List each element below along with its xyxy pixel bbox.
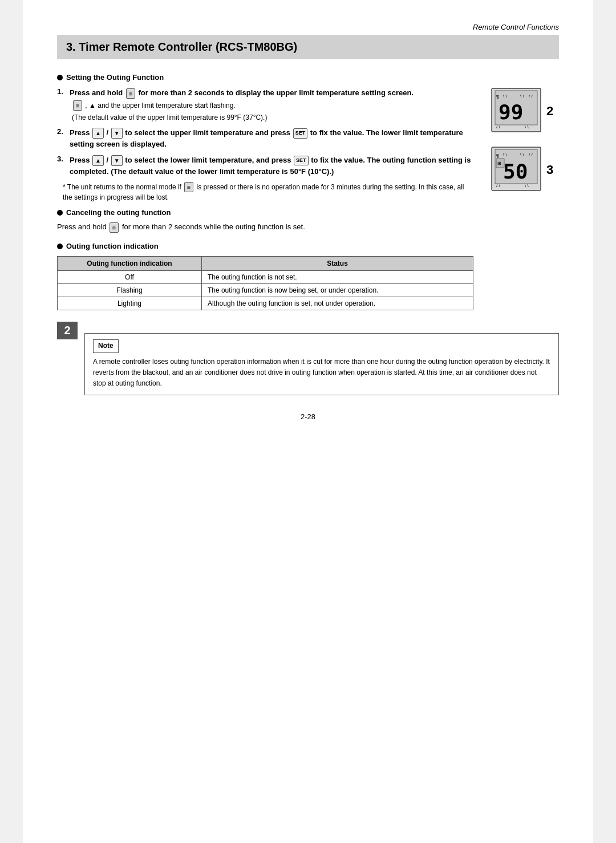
table-cell-flashing-status: The outing function is now being set, or… xyxy=(201,284,473,297)
svg-text:╗: ╗ xyxy=(496,93,500,99)
svg-text:\ \: \ \ xyxy=(525,124,529,129)
svg-text:\ \: \ \ xyxy=(520,152,524,157)
cancel-section-header: Canceling the outing function xyxy=(57,208,473,217)
step-1-number: 1. xyxy=(57,87,65,123)
note-text: A remote controller loses outing functio… xyxy=(93,356,550,390)
step-1-bold-start: Press and hold xyxy=(70,88,125,97)
step-2-number: 2. xyxy=(57,127,65,150)
outing-indication-bullet xyxy=(57,244,63,249)
svg-text:\ \: \ \ xyxy=(503,94,507,99)
cancel-section-label: Canceling the outing function xyxy=(66,208,171,217)
step-3-number: 3. xyxy=(57,155,65,177)
table-row: Flashing The outing function is now bein… xyxy=(58,284,473,297)
step-3-text: Press ▲ / ▼ to select the lower limit te… xyxy=(70,156,471,176)
step-1-content: Press and hold ⊞ for more than 2 seconds… xyxy=(70,87,473,123)
svg-text:/ /: / / xyxy=(496,124,500,129)
cancel-section-text: Press and hold ⊞ for more than 2 seconds… xyxy=(57,222,473,233)
lcd-display-2: ╗ \ \ \ \ / / ⊞ 50 / / \ \ xyxy=(491,146,542,193)
section-outing-label: Setting the Outing Function xyxy=(66,73,164,82)
svg-text:99: 99 xyxy=(499,100,523,124)
svg-text:\ \: \ \ xyxy=(503,152,507,157)
remote-icon-step1: ⊞ xyxy=(126,88,135,99)
table-header-col1: Outing function indication xyxy=(58,257,202,271)
asterisk-note: The unit returns to the normal mode if ⊞… xyxy=(63,182,473,203)
svg-text:\ \: \ \ xyxy=(520,94,524,99)
table-row: Lighting Although the outing function is… xyxy=(58,297,473,310)
svg-text:/ /: / / xyxy=(529,152,533,157)
cancel-bullet-icon xyxy=(57,210,63,216)
step-1-subtext-2: (The default value of the upper limit te… xyxy=(72,112,473,123)
note-box: Note A remote controller loses outing fu… xyxy=(84,333,559,395)
table-header-row: Outing function indication Status xyxy=(58,257,473,271)
outing-indication-label: Outing function indication xyxy=(66,242,159,250)
diagram-1-side-number: 2 xyxy=(546,104,553,119)
title-bar: 3. Timer Remote Controller (RCS-TM80BG) xyxy=(57,35,559,59)
svg-text:/ /: / / xyxy=(496,183,500,188)
table-header-col2: Status xyxy=(201,257,473,271)
table-cell-off: Off xyxy=(58,271,202,284)
diagram-2-side-number: 3 xyxy=(546,163,553,177)
step-1: 1. Press and hold ⊞ for more than 2 seco… xyxy=(57,87,473,123)
outing-indication-header: Outing function indication xyxy=(57,242,473,250)
lcd-display-1: ╗ \ \ \ \ / / 99 / / \ \ xyxy=(491,87,542,135)
remote-icon-note: ⊞ xyxy=(184,182,193,192)
lcd-svg-2: ╗ \ \ \ \ / / ⊞ 50 / / \ \ xyxy=(491,146,542,192)
svg-text:\ \: \ \ xyxy=(525,183,529,188)
diagram-group-1: ╗ \ \ \ \ / / 99 / / \ \ 2 xyxy=(491,87,553,135)
step-3-content: Press ▲ / ▼ to select the lower limit te… xyxy=(70,155,473,177)
outing-table: Outing function indication Status Off Th… xyxy=(57,256,473,310)
step-1-subtext-1: ⊞ , ▲ and the upper limit temperature st… xyxy=(72,100,473,111)
remote-icon-step1b: ⊞ xyxy=(73,100,82,111)
table-cell-lighting: Lighting xyxy=(58,297,202,310)
table-row: Off The outing function is not set. xyxy=(58,271,473,284)
diagram-group-2: ╗ \ \ \ \ / / ⊞ 50 / / \ \ xyxy=(491,146,553,193)
note-section: 2 Note A remote controller loses outing … xyxy=(57,322,559,395)
note-badge: 2 xyxy=(57,322,78,339)
right-diagrams: ╗ \ \ \ \ / / 99 / / \ \ 2 xyxy=(485,87,559,310)
step-3: 3. Press ▲ / ▼ to select the lower limit… xyxy=(57,155,473,177)
bullet-icon xyxy=(57,75,63,80)
step-2-content: Press ▲ / ▼ to select the upper limit te… xyxy=(70,127,473,150)
table-cell-lighting-status: Although the outing function is set, not… xyxy=(201,297,473,310)
svg-text:⊞: ⊞ xyxy=(497,161,501,166)
step-2: 2. Press ▲ / ▼ to select the upper limit… xyxy=(57,127,473,150)
svg-text:╗: ╗ xyxy=(496,152,500,158)
note-label: Note xyxy=(93,339,119,352)
table-cell-flashing: Flashing xyxy=(58,284,202,297)
step-1-bold-end: for more than 2 seconds to display the u… xyxy=(138,88,414,97)
table-cell-off-status: The outing function is not set. xyxy=(201,271,473,284)
lcd-svg-1: ╗ \ \ \ \ / / 99 / / \ \ xyxy=(491,87,542,133)
main-left-content: 1. Press and hold ⊞ for more than 2 seco… xyxy=(57,87,473,310)
step-2-text: Press ▲ / ▼ to select the upper limit te… xyxy=(70,128,463,148)
remote-icon-cancel: ⊞ xyxy=(110,222,119,233)
page-title: 3. Timer Remote Controller (RCS-TM80BG) xyxy=(66,40,550,54)
page-header-italic: Remote Control Functions xyxy=(57,23,559,31)
svg-text:/ /: / / xyxy=(529,94,533,99)
section-outing-header: Setting the Outing Function xyxy=(57,73,559,82)
page-number: 2-28 xyxy=(57,412,559,421)
svg-text:50: 50 xyxy=(503,160,528,183)
